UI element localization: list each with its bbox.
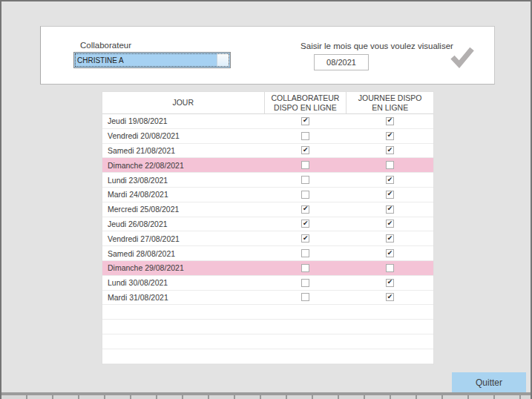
collab-dispo-cell [265,188,347,202]
day-cell: Jeudi 26/08/2021 [102,217,265,231]
collab-dispo-cell [265,144,347,158]
day-cell: Jeudi 19/08/2021 [102,114,265,128]
collab-dispo-cell [265,217,347,231]
journee-dispo-cell [347,246,433,260]
journee-dispo-cell [347,173,433,187]
collab-dispo-checkbox[interactable] [301,161,309,169]
column-header-collaborateur-dispo: COLLABORATEUR DISPO EN LIGNE [265,92,347,113]
collab-dispo-cell [265,246,347,260]
checkmark-icon[interactable] [448,42,476,70]
journee-dispo-cell [347,144,433,158]
journee-dispo-checkbox[interactable] [386,132,394,140]
journee-dispo-checkbox[interactable] [386,161,394,169]
column-header-journee-dispo: JOURNEE DISPO EN LIGNE [347,92,433,113]
empty-table-row [102,320,433,334]
application-window: Collaborateur CHRISTINE A Saisir le mois… [0,0,532,399]
collaborateur-value: CHRISTINE A [74,56,217,65]
table-row: Samedi 28/08/2021 [102,246,433,261]
day-cell: Mardi 24/08/2021 [102,188,265,202]
empty-table-row [102,349,433,364]
journee-dispo-checkbox[interactable] [386,176,394,184]
column-header-jour: JOUR [102,92,265,113]
day-cell: Lundi 23/08/2021 [102,173,265,187]
journee-dispo-checkbox[interactable] [386,279,394,287]
journee-dispo-cell [347,158,433,172]
table-header-row: JOUR COLLABORATEUR DISPO EN LIGNE JOURNE… [102,92,433,114]
empty-table-row [102,305,433,320]
journee-dispo-cell [347,202,433,217]
journee-dispo-checkbox[interactable] [386,264,394,272]
day-cell: Lundi 30/08/2021 [102,276,265,290]
collab-dispo-cell [265,129,347,143]
collab-dispo-cell [265,261,347,275]
collab-dispo-cell [265,276,347,290]
journee-dispo-checkbox[interactable] [386,293,394,301]
collab-dispo-cell [265,202,347,217]
empty-table-row [102,334,433,349]
table-row: Lundi 23/08/2021 [102,173,433,188]
journee-dispo-checkbox[interactable] [386,249,394,257]
collab-dispo-checkbox[interactable] [301,249,309,257]
collab-dispo-checkbox[interactable] [301,132,309,140]
collab-dispo-cell [265,231,347,245]
table-row: Mardi 24/08/2021 [102,188,433,202]
journee-dispo-checkbox[interactable] [386,220,394,228]
day-cell: Vendredi 27/08/2021 [102,231,265,245]
journee-dispo-cell [347,129,433,143]
journee-dispo-checkbox[interactable] [386,191,394,199]
journee-dispo-cell [347,261,433,275]
collab-dispo-checkbox[interactable] [301,234,309,243]
collab-dispo-cell [265,114,347,128]
journee-dispo-cell [347,217,433,231]
table-row: Jeudi 26/08/2021 [102,217,433,232]
collab-dispo-checkbox[interactable] [301,146,309,154]
collab-dispo-checkbox[interactable] [301,293,309,301]
quit-button[interactable]: Quitter [452,372,526,393]
journee-dispo-cell [347,291,433,305]
collab-dispo-checkbox[interactable] [301,176,309,184]
availability-table: JOUR COLLABORATEUR DISPO EN LIGNE JOURNE… [102,91,434,365]
table-row: Mardi 31/08/2021 [102,291,433,306]
table-row: Mercredi 25/08/2021 [102,202,433,217]
table-row: Dimanche 29/08/2021 [102,261,433,276]
collab-dispo-checkbox[interactable] [301,205,309,214]
journee-dispo-cell [347,231,433,245]
journee-dispo-cell [347,114,433,128]
journee-dispo-checkbox[interactable] [386,117,394,125]
collab-dispo-cell [265,291,347,305]
table-row: Samedi 21/08/2021 [102,144,433,159]
table-row: Vendredi 20/08/2021 [102,129,433,144]
table-row: Jeudi 19/08/2021 [102,114,433,129]
table-row: Vendredi 27/08/2021 [102,231,433,246]
collaborateur-label: Collaborateur [80,41,131,50]
journee-dispo-checkbox[interactable] [386,205,394,214]
collab-dispo-checkbox[interactable] [301,191,309,199]
month-input[interactable] [314,54,369,70]
collab-dispo-cell [265,158,347,172]
collab-dispo-cell [265,173,347,187]
table-row: Dimanche 22/08/2021 [102,158,433,173]
background-window-edge [1,395,531,399]
table-body: Jeudi 19/08/2021 Vendredi 20/08/2021 Sam… [102,114,433,364]
chevron-down-icon[interactable] [217,53,229,67]
day-cell: Dimanche 29/08/2021 [102,261,265,275]
day-cell: Samedi 21/08/2021 [102,144,265,158]
day-cell: Vendredi 20/08/2021 [102,129,265,143]
day-cell: Mardi 31/08/2021 [102,291,265,305]
journee-dispo-checkbox[interactable] [386,146,394,154]
journee-dispo-cell [347,276,433,290]
day-cell: Dimanche 22/08/2021 [102,158,265,172]
collab-dispo-checkbox[interactable] [301,117,309,125]
collab-dispo-checkbox[interactable] [301,220,309,228]
collab-dispo-checkbox[interactable] [301,279,309,287]
filter-panel: Collaborateur CHRISTINE A Saisir le mois… [40,26,495,85]
day-cell: Mercredi 25/08/2021 [102,202,265,217]
collab-dispo-checkbox[interactable] [301,264,309,272]
journee-dispo-checkbox[interactable] [386,234,394,243]
journee-dispo-cell [347,188,433,202]
table-row: Lundi 30/08/2021 [102,276,433,291]
day-cell: Samedi 28/08/2021 [102,246,265,260]
collaborateur-combobox[interactable]: CHRISTINE A [73,52,231,68]
